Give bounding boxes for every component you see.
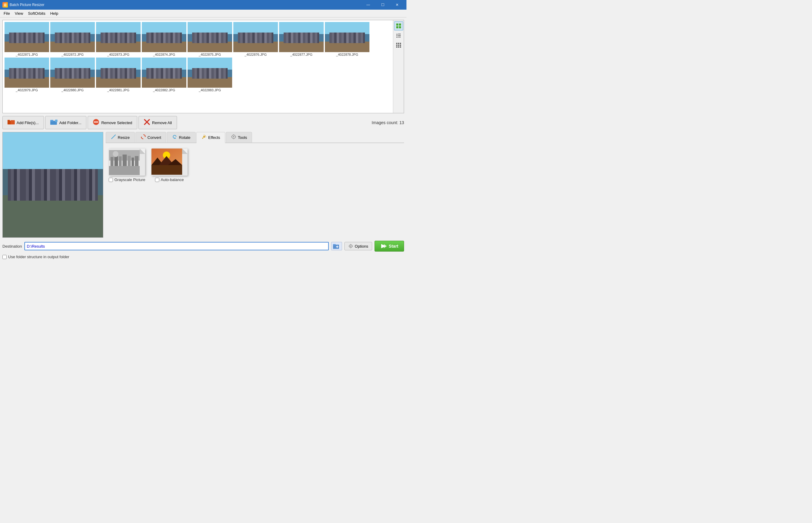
grid-view-button[interactable]: [394, 41, 403, 50]
autobalance-checkbox[interactable]: [155, 178, 159, 182]
start-label: Start: [389, 244, 398, 249]
options-label: Options: [355, 244, 368, 249]
add-files-button[interactable]: Add File(s)...: [2, 116, 44, 129]
destination-label: Destination: [2, 244, 22, 249]
convert-tab-label: Convert: [148, 135, 162, 140]
grayscale-effect-item[interactable]: Grayscale Picture: [109, 148, 146, 182]
tab-resize[interactable]: Resize: [106, 132, 135, 143]
add-folder-button[interactable]: Add Folder...: [45, 116, 87, 129]
menu-file[interactable]: File: [1, 11, 12, 16]
rotate-tab-icon: [172, 134, 177, 141]
grayscale-label: Grayscale Picture: [114, 177, 146, 182]
list-item[interactable]: _4022878.JPG: [325, 22, 370, 56]
list-item[interactable]: _4022876.JPG: [233, 22, 278, 56]
grayscale-checkbox[interactable]: [109, 178, 113, 182]
list-item[interactable]: _4022877.JPG: [279, 22, 324, 56]
remove-selected-icon: [93, 119, 99, 127]
image-filename: _4022879.JPG: [16, 88, 38, 92]
tab-rotate[interactable]: Rotate: [167, 132, 195, 143]
svg-rect-9: [398, 37, 401, 37]
bottom-area: Resize Convert: [2, 132, 404, 238]
svg-rect-67: [333, 244, 336, 245]
list-item[interactable]: _4022879.JPG: [4, 57, 49, 92]
remove-all-button[interactable]: Remove All: [138, 116, 177, 129]
browse-icon: [333, 243, 340, 249]
autobalance-effect-item[interactable]: Auto-balance: [151, 148, 188, 182]
maximize-button[interactable]: ☐: [376, 0, 390, 10]
title-bar-left: 🖼 Batch Picture Resizer: [2, 2, 44, 7]
destination-browse-button[interactable]: [331, 242, 342, 250]
toolbar: Add File(s)... Add Folder... Remove Sele…: [2, 115, 404, 130]
svg-point-57: [113, 151, 119, 157]
menu-softorbits[interactable]: SoftOrbits: [25, 11, 48, 16]
tab-tools[interactable]: Tools: [226, 132, 252, 143]
list-item[interactable]: _4022883.JPG: [188, 57, 232, 92]
autobalance-label-row: Auto-balance: [155, 177, 184, 182]
svg-rect-16: [396, 47, 397, 48]
list-item[interactable]: _4022875.JPG: [188, 22, 232, 56]
remove-all-icon: [144, 119, 150, 127]
svg-rect-17: [398, 47, 399, 48]
svg-rect-14: [398, 44, 399, 46]
svg-rect-3: [399, 26, 401, 28]
image-filename: _4022882.JPG: [153, 88, 175, 92]
tab-convert[interactable]: Convert: [135, 132, 167, 143]
list-item[interactable]: _4022881.JPG: [96, 57, 140, 92]
preview-panel: [2, 132, 103, 238]
tab-effects[interactable]: Effects: [196, 132, 226, 143]
minimize-button[interactable]: —: [361, 0, 375, 10]
close-button[interactable]: ✕: [390, 0, 404, 10]
list-view-icon: [396, 33, 401, 38]
options-button[interactable]: Options: [344, 242, 372, 250]
image-filename: _4022872.JPG: [61, 53, 83, 56]
destination-input[interactable]: [24, 242, 329, 250]
image-filename: _4022871.JPG: [16, 53, 38, 56]
list-item[interactable]: _4022871.JPG: [4, 22, 49, 56]
svg-rect-5: [398, 34, 401, 34]
list-view-button[interactable]: [394, 31, 403, 40]
preview-image: [3, 132, 103, 237]
remove-all-label: Remove All: [152, 121, 172, 125]
svg-rect-7: [398, 35, 401, 36]
list-item[interactable]: _4022880.JPG: [50, 57, 95, 92]
menu-view[interactable]: View: [12, 11, 25, 16]
main-content: _4022871.JPG _4022872.JPG _4022873.JPG _…: [0, 17, 407, 262]
thumbnail-view-button[interactable]: [394, 21, 403, 31]
svg-line-39: [202, 138, 203, 139]
destination-bar: Destination Options: [2, 239, 404, 253]
resize-tab-icon: [111, 134, 116, 141]
resize-tab-label: Resize: [118, 135, 130, 140]
list-item[interactable]: _4022872.JPG: [50, 22, 95, 56]
right-panel: Resize Convert: [106, 132, 404, 238]
list-item[interactable]: _4022873.JPG: [96, 22, 140, 56]
svg-rect-18: [400, 47, 401, 48]
svg-rect-20: [7, 120, 10, 121]
svg-point-71: [350, 246, 351, 247]
image-filename: _4022875.JPG: [199, 53, 221, 56]
image-filename: _4022877.JPG: [290, 53, 312, 56]
add-folder-icon: [50, 119, 57, 127]
effects-content: Grayscale Picture: [106, 145, 404, 185]
svg-point-41: [233, 136, 234, 138]
svg-rect-0: [396, 23, 398, 25]
remove-selected-button[interactable]: Remove Selected: [88, 116, 137, 129]
add-files-icon: [7, 119, 15, 127]
grayscale-label-row: Grayscale Picture: [109, 177, 146, 182]
autobalance-label: Auto-balance: [161, 177, 184, 182]
folder-structure-checkbox[interactable]: [2, 255, 7, 259]
list-item[interactable]: _4022882.JPG: [142, 57, 186, 92]
start-button[interactable]: Start: [375, 241, 404, 252]
list-item[interactable]: _4022874.JPG: [142, 22, 186, 56]
add-folder-label: Add Folder...: [59, 121, 81, 125]
effects-tab-icon: [202, 134, 207, 141]
svg-marker-77: [384, 244, 387, 248]
view-sidebar: [393, 20, 404, 113]
menu-help[interactable]: Help: [48, 11, 61, 16]
tools-tab-label: Tools: [238, 135, 247, 140]
svg-rect-49: [111, 157, 114, 166]
image-filename: _4022883.JPG: [199, 88, 221, 92]
svg-rect-21: [11, 120, 15, 124]
image-grid[interactable]: _4022871.JPG _4022872.JPG _4022873.JPG _…: [3, 20, 393, 113]
image-filename: _4022880.JPG: [61, 88, 83, 92]
rotate-tab-label: Rotate: [179, 135, 190, 140]
